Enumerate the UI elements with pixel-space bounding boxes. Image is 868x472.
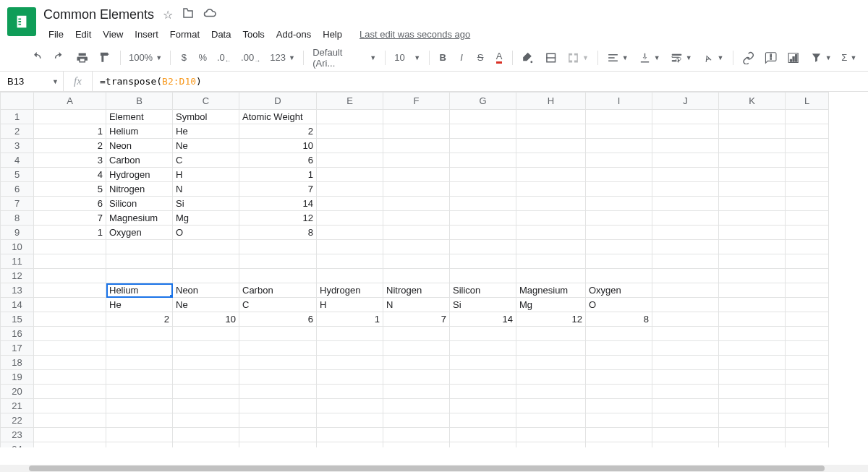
- cell-K11[interactable]: [719, 254, 786, 269]
- cell-F19[interactable]: [383, 370, 450, 385]
- row-header-23[interactable]: 23: [1, 428, 34, 442]
- cell-F11[interactable]: [383, 254, 450, 269]
- cell-K13[interactable]: [719, 283, 786, 298]
- cell-F16[interactable]: [383, 327, 450, 341]
- horizontal-scrollbar[interactable]: [0, 465, 868, 472]
- cell-J10[interactable]: [652, 240, 719, 254]
- cell-G23[interactable]: [450, 428, 516, 442]
- cell-B10[interactable]: [106, 240, 173, 254]
- row-header-8[interactable]: 8: [1, 211, 34, 226]
- cell-I9[interactable]: [586, 226, 652, 240]
- cell-B12[interactable]: [106, 269, 173, 283]
- move-icon[interactable]: [182, 7, 195, 22]
- cell-J14[interactable]: [652, 298, 719, 312]
- cell-F18[interactable]: [383, 356, 450, 370]
- cell-A16[interactable]: [34, 327, 106, 341]
- cell-H14[interactable]: Mg: [516, 298, 586, 312]
- row-header-7[interactable]: 7: [1, 197, 34, 211]
- cell-C12[interactable]: [173, 269, 239, 283]
- zoom-select[interactable]: 100%▼: [125, 48, 166, 67]
- row-header-4[interactable]: 4: [1, 153, 34, 168]
- row-header-14[interactable]: 14: [1, 298, 34, 312]
- cell-L4[interactable]: [786, 153, 829, 168]
- name-box-input[interactable]: [7, 76, 46, 87]
- cell-A24[interactable]: [34, 442, 106, 448]
- text-wrap-button[interactable]: ▼: [666, 48, 697, 67]
- more-formats-button[interactable]: 123▼: [266, 48, 299, 67]
- cell-I20[interactable]: [586, 385, 652, 399]
- cell-A23[interactable]: [34, 428, 106, 442]
- cell-C24[interactable]: [173, 442, 239, 448]
- cell-L1[interactable]: [786, 110, 829, 124]
- cell-I8[interactable]: [586, 211, 652, 226]
- cell-K17[interactable]: [719, 341, 786, 356]
- cell-L16[interactable]: [786, 327, 829, 341]
- cell-A15[interactable]: [34, 312, 106, 327]
- cell-D6[interactable]: 7: [239, 182, 317, 197]
- cell-E2[interactable]: [317, 124, 383, 139]
- cell-B18[interactable]: [106, 356, 173, 370]
- cell-J13[interactable]: [652, 283, 719, 298]
- cell-J18[interactable]: [652, 356, 719, 370]
- cell-D5[interactable]: 1: [239, 168, 317, 182]
- cell-B16[interactable]: [106, 327, 173, 341]
- cell-C14[interactable]: Ne: [173, 298, 239, 312]
- create-filter-button[interactable]: ▼: [806, 48, 836, 67]
- cell-D14[interactable]: C: [239, 298, 317, 312]
- cell-L12[interactable]: [786, 269, 829, 283]
- cell-F15[interactable]: 7: [383, 312, 450, 327]
- cell-K10[interactable]: [719, 240, 786, 254]
- cell-K5[interactable]: [719, 168, 786, 182]
- cell-L13[interactable]: [786, 283, 829, 298]
- cell-J5[interactable]: [652, 168, 719, 182]
- cell-A5[interactable]: 4: [34, 168, 106, 182]
- column-header-D[interactable]: D: [239, 93, 317, 110]
- cell-C6[interactable]: N: [173, 182, 239, 197]
- cell-B24[interactable]: [106, 442, 173, 448]
- cell-F6[interactable]: [383, 182, 450, 197]
- cell-F13[interactable]: Nitrogen: [383, 283, 450, 298]
- cell-A12[interactable]: [34, 269, 106, 283]
- cell-L24[interactable]: [786, 442, 829, 448]
- cell-H11[interactable]: [516, 254, 586, 269]
- cell-B9[interactable]: Oxygen: [106, 226, 173, 240]
- chevron-down-icon[interactable]: ▼: [52, 78, 59, 85]
- cell-I5[interactable]: [586, 168, 652, 182]
- cell-A2[interactable]: 1: [34, 124, 106, 139]
- cell-C19[interactable]: [173, 370, 239, 385]
- column-header-C[interactable]: C: [173, 93, 239, 110]
- cell-I14[interactable]: O: [586, 298, 652, 312]
- cell-E1[interactable]: [317, 110, 383, 124]
- functions-button[interactable]: Σ▼: [838, 48, 861, 67]
- star-icon[interactable]: ☆: [163, 8, 173, 22]
- cell-I23[interactable]: [586, 428, 652, 442]
- cell-C4[interactable]: C: [173, 153, 239, 168]
- cell-E11[interactable]: [317, 254, 383, 269]
- cell-D19[interactable]: [239, 370, 317, 385]
- cell-I21[interactable]: [586, 399, 652, 413]
- insert-chart-button[interactable]: [783, 48, 804, 67]
- menu-edit[interactable]: Edit: [70, 26, 96, 43]
- cell-L14[interactable]: [786, 298, 829, 312]
- cell-F24[interactable]: [383, 442, 450, 448]
- cell-C3[interactable]: Ne: [173, 139, 239, 153]
- cell-A20[interactable]: [34, 385, 106, 399]
- cell-J6[interactable]: [652, 182, 719, 197]
- cell-J8[interactable]: [652, 211, 719, 226]
- paint-format-button[interactable]: [94, 48, 115, 67]
- font-family-select[interactable]: Default (Ari...▼: [308, 48, 380, 67]
- cell-F17[interactable]: [383, 341, 450, 356]
- cell-K24[interactable]: [719, 442, 786, 448]
- cell-I16[interactable]: [586, 327, 652, 341]
- cell-L11[interactable]: [786, 254, 829, 269]
- cell-K14[interactable]: [719, 298, 786, 312]
- menu-help[interactable]: Help: [318, 26, 347, 43]
- cell-J15[interactable]: [652, 312, 719, 327]
- cell-G9[interactable]: [450, 226, 516, 240]
- cell-H20[interactable]: [516, 385, 586, 399]
- cell-D21[interactable]: [239, 399, 317, 413]
- cell-K16[interactable]: [719, 327, 786, 341]
- cell-K6[interactable]: [719, 182, 786, 197]
- cell-C8[interactable]: Mg: [173, 211, 239, 226]
- column-header-F[interactable]: F: [383, 93, 450, 110]
